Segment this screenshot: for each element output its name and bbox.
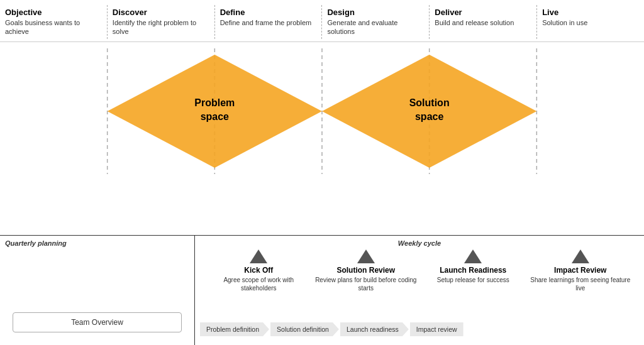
ceremony-3: Impact ReviewShare learnings from seeing… <box>527 249 635 292</box>
svg-text:Solution: Solution <box>409 97 450 108</box>
ceremony-title-1: Solution Review <box>315 266 418 275</box>
ceremony-triangle-1 <box>357 249 375 263</box>
svg-text:space: space <box>201 111 229 122</box>
phase-desc-1: Identify the right problem to solve <box>113 18 209 36</box>
left-panel: Quarterly planning Team Overview <box>0 236 195 345</box>
bottom-section: Quarterly planning Team Overview Weekly … <box>0 235 644 345</box>
phase-col-0: ObjectiveGoals business wants to achieve <box>0 5 108 39</box>
ceremony-title-2: Launch Readiness <box>422 266 525 275</box>
ceremony-triangle-2 <box>464 249 482 263</box>
badge-0: Problem definition <box>200 322 269 336</box>
badges-row: Problem definitionSolution definitionLau… <box>200 322 639 336</box>
phase-title-2: Define <box>220 8 317 17</box>
team-overview-label: Team Overview <box>71 318 123 327</box>
svg-text:Problem: Problem <box>194 97 235 108</box>
ceremony-desc-3: Share learnings from seeing feature live <box>530 276 632 292</box>
main-container: ObjectiveGoals business wants to achieve… <box>0 0 644 345</box>
phases-header: ObjectiveGoals business wants to achieve… <box>0 0 644 42</box>
phase-col-5: LiveSolution in use <box>537 5 644 39</box>
right-panel: Weekly cycle Kick OffAgree scope of work… <box>195 236 644 345</box>
ceremony-title-3: Impact Review <box>530 266 632 275</box>
phase-title-3: Design <box>327 8 424 17</box>
phase-title-4: Deliver <box>435 8 531 17</box>
diamond-area: ProblemspaceSolutionspace <box>0 42 644 180</box>
phase-desc-4: Build and release solution <box>435 18 531 27</box>
phase-col-2: DefineDefine and frame the problem <box>215 5 323 39</box>
ceremony-title-0: Kick Off <box>208 266 310 275</box>
ceremony-triangle-3 <box>572 249 589 263</box>
ceremonies: Kick OffAgree scope of work with stakeho… <box>200 249 639 292</box>
ceremony-2: Launch ReadinessSetup release for succes… <box>419 249 527 284</box>
phase-desc-0: Goals business wants to achieve <box>5 18 102 36</box>
svg-text:space: space <box>415 111 443 122</box>
phase-col-3: DesignGenerate and evaluate solutions <box>322 5 430 39</box>
ceremony-desc-0: Agree scope of work with stakeholders <box>208 276 310 292</box>
team-overview-box: Team Overview <box>13 312 182 332</box>
ceremony-0: Kick OffAgree scope of work with stakeho… <box>205 249 313 292</box>
phase-col-1: DiscoverIdentify the right problem to so… <box>108 5 215 39</box>
phase-title-1: Discover <box>113 8 209 17</box>
ceremony-desc-1: Review plans for build before coding sta… <box>315 276 418 292</box>
badge-3: Impact review <box>410 322 464 336</box>
phase-desc-2: Define and frame the problem <box>220 18 317 27</box>
quarterly-label: Quarterly planning <box>5 239 189 247</box>
weekly-label: Weekly cycle <box>200 239 639 247</box>
ceremony-1: Solution ReviewReview plans for build be… <box>313 249 420 292</box>
phase-desc-3: Generate and evaluate solutions <box>327 18 424 36</box>
phase-title-0: Objective <box>5 8 102 17</box>
ceremony-desc-2: Setup release for success <box>422 276 525 284</box>
phase-desc-5: Solution in use <box>542 18 639 27</box>
badge-1: Solution definition <box>270 322 339 336</box>
phase-col-4: DeliverBuild and release solution <box>430 5 537 39</box>
badge-2: Launch readiness <box>340 322 409 336</box>
ceremony-triangle-0 <box>250 249 267 263</box>
phase-title-5: Live <box>542 8 639 17</box>
